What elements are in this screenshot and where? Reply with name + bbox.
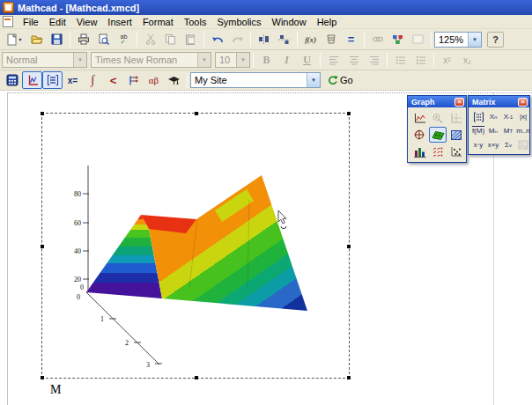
matrix-variable-region[interactable]: M (50, 383, 61, 397)
polar-plot-button[interactable] (410, 127, 428, 143)
title-bar[interactable]: Mathcad - [Mathcad.xmcd] (0, 0, 532, 15)
numbered-list-button[interactable] (410, 51, 431, 69)
contour-plot-button[interactable] (447, 127, 465, 143)
document-icon[interactable] (3, 16, 13, 27)
align-down-button[interactable] (274, 31, 294, 48)
xy-plot-button[interactable] (410, 110, 428, 126)
determinant-operator-button[interactable]: |x| (516, 110, 530, 123)
resources-combobox[interactable]: My Site ▼ (190, 72, 321, 88)
insert-unit-button[interactable] (321, 31, 341, 48)
matrix-palette-titlebar[interactable]: Matrix × (469, 96, 529, 107)
font-dropdown-arrow[interactable]: ▼ (197, 53, 211, 67)
redo-button[interactable] (227, 31, 248, 48)
graph-toolbar-button[interactable] (22, 71, 42, 89)
menu-edit[interactable]: Edit (44, 16, 71, 28)
matrix-palette[interactable]: Matrix × Xn X-1 |x| f(M) M‹› MT m..n x·y… (468, 95, 530, 155)
menu-format[interactable]: Format (137, 16, 179, 28)
menu-insert[interactable]: Insert (102, 16, 137, 28)
calculus-toolbar-button[interactable]: ∫ (83, 71, 103, 89)
selection-handle[interactable] (41, 245, 44, 248)
insert-table-button[interactable] (408, 31, 428, 48)
zoom-plot-button[interactable] (429, 110, 447, 126)
style-dropdown-arrow[interactable]: ▼ (73, 53, 86, 67)
graph-palette[interactable]: Graph × (407, 95, 467, 163)
picture-button[interactable] (516, 138, 530, 151)
font-size-dropdown-arrow[interactable]: ▼ (236, 53, 249, 67)
symbolics-toolbar-button[interactable] (164, 71, 184, 89)
surface-plot-button[interactable] (429, 127, 447, 143)
font-combobox[interactable]: Times New Roman ▼ (91, 52, 211, 68)
insert-function-button[interactable]: f(x) (300, 31, 321, 48)
align-center-button[interactable] (344, 51, 364, 69)
vector-field-plot-button[interactable] (429, 144, 447, 159)
matrix-or-vector-button[interactable] (471, 110, 485, 123)
resources-dropdown-arrow[interactable]: ▼ (307, 73, 320, 87)
subscript-button[interactable]: x₂ (457, 51, 477, 69)
surface-plot-region[interactable]: 80 60 40 20 0 0 1 2 3 1 (41, 113, 350, 379)
menu-file[interactable]: File (18, 16, 44, 28)
inverse-operator-button[interactable]: X-1 (501, 110, 515, 123)
open-button[interactable] (26, 31, 47, 48)
style-combobox[interactable]: Normal ▼ (2, 52, 87, 68)
scatter3d-plot-button[interactable] (447, 144, 465, 159)
range-variable-button[interactable]: m..n (516, 124, 530, 137)
bullet-list-button[interactable] (390, 51, 410, 69)
align-left-button[interactable] (323, 51, 344, 69)
menu-tools[interactable]: Tools (179, 16, 212, 28)
new-dropdown-caret[interactable]: ▾ (18, 36, 21, 42)
zoom-combobox[interactable]: 125% ▼ (434, 32, 482, 48)
transpose-operator-button[interactable]: MT (501, 124, 515, 137)
selection-handle[interactable] (195, 376, 198, 379)
evaluation-toolbar-button[interactable]: x= (63, 71, 83, 89)
vector-sum-button[interactable]: Σv (501, 138, 515, 151)
help-button[interactable]: ? (487, 32, 504, 48)
boolean-toolbar-button[interactable]: < (103, 71, 123, 89)
selection-handle[interactable] (41, 112, 44, 115)
superscript-button[interactable]: x² (437, 51, 457, 69)
align-right-button[interactable] (364, 51, 384, 69)
copy-button[interactable] (160, 31, 181, 48)
align-across-button[interactable] (254, 31, 274, 48)
print-button[interactable] (73, 31, 93, 48)
trace-plot-button[interactable] (447, 110, 465, 126)
calculator-toolbar-button[interactable] (2, 71, 22, 89)
paste-button[interactable] (181, 31, 201, 48)
check-spelling-button[interactable]: ab✓ (114, 31, 134, 48)
selection-handle[interactable] (195, 112, 198, 115)
selection-handle[interactable] (347, 376, 351, 379)
graph-palette-titlebar[interactable]: Graph × (408, 96, 466, 107)
cut-button[interactable] (140, 31, 160, 48)
zoom-dropdown-arrow[interactable]: ▼ (468, 33, 481, 47)
undo-button[interactable] (207, 31, 227, 48)
menu-symbolics[interactable]: Symbolics (211, 16, 266, 28)
graph-palette-close-button[interactable]: × (454, 98, 464, 107)
matrix-toolbar-button[interactable] (42, 71, 63, 89)
greek-toolbar-button[interactable]: αβ (144, 71, 164, 89)
bar3d-plot-button[interactable] (410, 144, 428, 159)
underline-button[interactable]: U (297, 51, 317, 69)
matrix-palette-close-button[interactable]: × (518, 98, 528, 107)
matrix-column-button[interactable]: M‹› (486, 124, 500, 137)
calculate-button[interactable]: = (341, 31, 361, 48)
save-button[interactable] (47, 31, 67, 48)
menu-window[interactable]: Window (267, 16, 312, 28)
selection-handle[interactable] (347, 245, 351, 248)
new-button[interactable]: ▾ (2, 31, 26, 48)
menu-view[interactable]: View (71, 16, 103, 28)
subscript-operator-button[interactable]: Xn (486, 110, 500, 123)
dot-product-button[interactable]: x·y (471, 138, 485, 151)
selection-handle[interactable] (347, 112, 351, 115)
selection-handle[interactable] (41, 376, 44, 379)
programming-toolbar-button[interactable] (123, 71, 144, 89)
go-button[interactable]: Go (324, 74, 356, 86)
insert-component-button[interactable] (388, 31, 408, 48)
vectorize-operator-button[interactable]: f(M) (471, 124, 485, 137)
menu-help[interactable]: Help (312, 16, 343, 28)
left-margin-line (7, 92, 8, 405)
bold-button[interactable]: B (256, 51, 277, 69)
italic-button[interactable]: I (277, 51, 297, 69)
insert-hyperlink-button[interactable] (367, 31, 388, 48)
cross-product-button[interactable]: x×y (486, 138, 500, 151)
font-size-combobox[interactable]: 10 ▼ (215, 52, 250, 68)
print-preview-button[interactable] (93, 31, 114, 48)
